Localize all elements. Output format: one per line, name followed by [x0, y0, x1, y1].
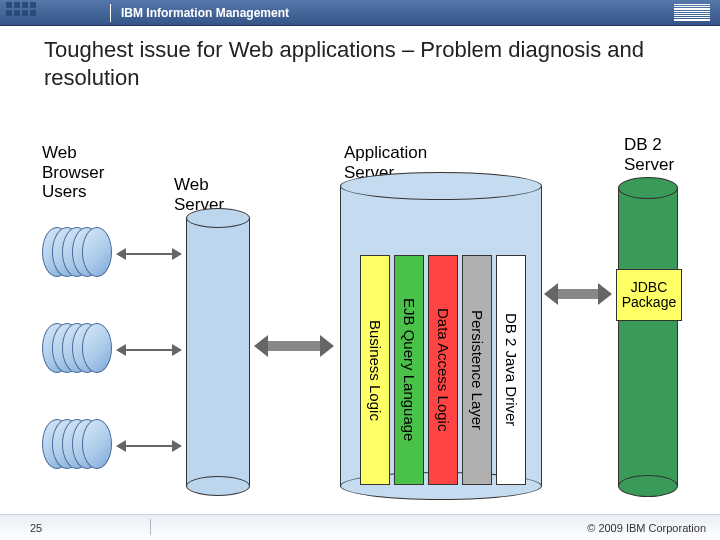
- arrow-icon: [124, 445, 174, 447]
- column-persistence-layer: Persistence Layer: [462, 255, 492, 485]
- diagram-canvas: Web Browser Users Web Server Application…: [0, 95, 720, 525]
- column-db2-java-driver: DB 2 Java Driver: [496, 255, 526, 485]
- column-label: Data Access Logic: [435, 308, 452, 431]
- browser-users-group: [42, 419, 152, 499]
- column-label: EJB Query Language: [401, 298, 418, 441]
- label-db2-server: DB 2 Server: [624, 135, 704, 174]
- column-data-access-logic: Data Access Logic: [428, 255, 458, 485]
- copyright: © 2009 IBM Corporation: [587, 522, 706, 534]
- divider: [110, 4, 111, 22]
- divider: [150, 519, 151, 535]
- arrow-icon: [556, 289, 600, 299]
- page-number: 25: [30, 522, 42, 534]
- column-label: Persistence Layer: [469, 310, 486, 430]
- header-title: IBM Information Management: [121, 6, 289, 20]
- web-server-cylinder: [186, 217, 250, 487]
- column-label: DB 2 Java Driver: [503, 313, 520, 426]
- browser-users-group: [42, 323, 152, 403]
- jdbc-package-box: JDBC Package: [616, 269, 682, 321]
- browser-users-group: [42, 227, 152, 307]
- slide-title: Toughest issue for Web applications – Pr…: [0, 26, 720, 95]
- header-decoration: [6, 2, 36, 16]
- ibm-logo-icon: [674, 4, 710, 21]
- footer-bar: 25 © 2009 IBM Corporation: [0, 514, 720, 540]
- arrow-icon: [266, 341, 322, 351]
- label-web-browser-users: Web Browser Users: [42, 143, 132, 202]
- db2-server-cylinder: [618, 187, 678, 487]
- arrow-icon: [124, 349, 174, 351]
- arrow-icon: [124, 253, 174, 255]
- column-label: Business Logic: [367, 320, 384, 421]
- header-bar: IBM Information Management: [0, 0, 720, 26]
- column-ejb-query-language: EJB Query Language: [394, 255, 424, 485]
- column-business-logic: Business Logic: [360, 255, 390, 485]
